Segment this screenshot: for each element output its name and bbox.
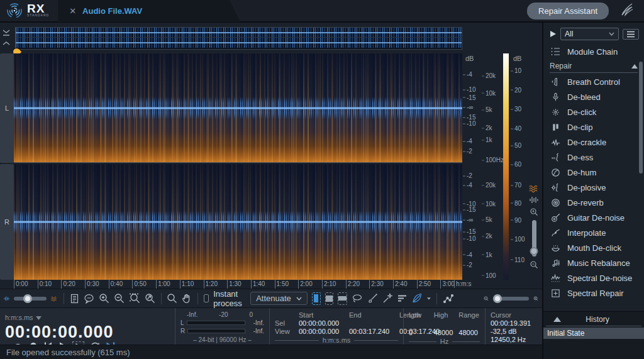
grab-hand-icon[interactable]	[182, 293, 192, 304]
history-item[interactable]: Initial State	[543, 328, 644, 339]
adjust-levels-icon[interactable]	[397, 294, 407, 302]
amplitude-tick: -4	[463, 71, 472, 78]
amplitude-zoom-knob[interactable]	[23, 294, 32, 303]
time-zoom-slider[interactable]	[493, 297, 529, 301]
music-rebalance-icon	[550, 258, 561, 268]
sel-end-value[interactable]	[349, 319, 394, 327]
amplitude-tick: -∞	[463, 104, 473, 111]
sidebar-module-item[interactable]: De-bleed	[543, 89, 644, 104]
overview-right-channel[interactable]	[16, 38, 462, 48]
sidebar-module-item[interactable]: De-plosive	[543, 180, 644, 195]
instant-process-checkbox[interactable]	[204, 294, 209, 302]
amplitude-scale-right: -2-4-10-15-∞-15-10-4-2	[463, 164, 480, 280]
selection-end-header: End	[349, 311, 394, 319]
zoom-in-vertical-icon[interactable]	[530, 207, 538, 216]
tab-close-icon[interactable]: ✕	[69, 6, 76, 16]
spectrogram-right[interactable]	[14, 164, 462, 280]
history-title: History	[561, 315, 634, 324]
file-format-label[interactable]: – 24-bit | 96000 Hz –	[180, 336, 264, 343]
zoom-reset-icon[interactable]	[145, 293, 155, 304]
sel-start-value[interactable]: 00:00:00.000	[299, 319, 344, 327]
time-format-dropdown-icon[interactable]	[36, 316, 42, 320]
sidebar-module-item[interactable]: De-clip	[543, 119, 644, 135]
time-frequency-selection-tool[interactable]	[325, 292, 334, 305]
magic-wand-icon[interactable]	[382, 293, 393, 304]
waveform-amplitude-icon[interactable]	[4, 294, 9, 303]
playback-time-display[interactable]: 00:00:00.000	[5, 323, 114, 341]
preview-play-icon[interactable]	[550, 30, 557, 38]
module-filter-dropdown[interactable]: All	[560, 28, 619, 40]
history-collapse-icon[interactable]	[553, 317, 561, 322]
view-end-value[interactable]: 00:03:17.240	[349, 328, 394, 335]
spectrogram-left[interactable]	[14, 53, 462, 163]
fade-feather-icon[interactable]	[411, 293, 423, 304]
blend-slider[interactable]	[532, 220, 536, 257]
sidebar-module-item[interactable]: Interpolate	[543, 225, 644, 240]
time-format-label[interactable]: h:m:s.ms	[5, 314, 33, 321]
overview-left-channel[interactable]	[16, 28, 462, 38]
signature-scribble-icon[interactable]	[616, 3, 635, 19]
zoom-out-vertical-icon[interactable]	[530, 260, 538, 269]
zoom-out-time-icon[interactable]	[484, 294, 489, 303]
brush-tool-icon[interactable]	[367, 293, 378, 304]
zoom-out-icon[interactable]	[114, 293, 125, 304]
sidebar-module-item[interactable]: De-reverb	[543, 195, 644, 210]
timeline-ruler[interactable]: 0:000:100:200:300:400:501:001:101:201:30…	[14, 280, 464, 289]
module-label: Music Rebalance	[567, 258, 630, 268]
title-bar: RX STANDARD ✕ Audio File.WAV Repair Assi…	[0, 0, 644, 23]
frequency-scale-left: 20k10k5k2k1k100Hz	[482, 53, 502, 163]
sidebar-module-item[interactable]: Music Rebalance	[543, 255, 644, 270]
time-zoom-knob[interactable]	[493, 294, 502, 303]
sidebar-module-item[interactable]: De-hum	[543, 165, 644, 180]
sidebar-module-item[interactable]: Breath Control	[543, 74, 644, 89]
amplitude-zoom-slider[interactable]	[14, 297, 47, 301]
status-message: File opened successfully (615 ms)	[6, 348, 130, 357]
sidebar-module-item[interactable]: ss De-ess	[543, 150, 644, 165]
zoom-in-time-icon[interactable]	[533, 294, 538, 303]
zoom-selection-icon[interactable]	[129, 293, 140, 304]
sidebar-item-module-chain[interactable]: Module Chain	[543, 44, 644, 59]
comment-tool-icon[interactable]	[84, 294, 94, 304]
magnify-tool-icon[interactable]	[167, 293, 177, 304]
sidebar-module-item[interactable]: De-click	[543, 104, 644, 119]
zoom-in-icon[interactable]	[99, 293, 109, 304]
frequency-tick: 20k	[482, 182, 496, 189]
waveform-overview[interactable]	[15, 27, 462, 50]
mouth-de-click-icon	[550, 243, 561, 253]
sidebar-module-item[interactable]: Mouth De-click	[543, 240, 644, 255]
frequency-selection-tool[interactable]	[338, 292, 347, 305]
frequency-scale-right: 20k10k5k2k1k100	[482, 164, 502, 280]
cursor-frequency-value: 12450,2 Hz	[491, 336, 537, 343]
module-menu-button[interactable]	[623, 29, 639, 40]
selection-unit-label[interactable]: h:m:s.ms	[323, 336, 351, 344]
sidebar-module-item[interactable]: Guitar De-noise	[543, 210, 644, 225]
repair-assistant-button[interactable]: Repair Assistant	[527, 3, 609, 19]
view-start-value[interactable]: 00:00:00.000	[299, 328, 344, 335]
blend-slider-knob[interactable]	[530, 247, 538, 255]
spectrogram-settings-icon[interactable]	[51, 294, 58, 303]
freq-range-value[interactable]: 48000	[458, 329, 480, 336]
sidebar-module-item[interactable]: Spectral Repair	[543, 285, 644, 301]
file-tab[interactable]: ✕ Audio File.WAV	[58, 0, 240, 22]
fade-dropdown-icon[interactable]	[427, 296, 431, 301]
clip-gain-icon[interactable]	[70, 294, 79, 304]
collapse-up-icon[interactable]	[2, 38, 11, 46]
waveform-view-icon[interactable]	[529, 196, 539, 204]
freq-high-value[interactable]: 48000	[434, 329, 455, 336]
lasso-tool-icon[interactable]	[352, 294, 363, 304]
file-format-value: 24-bit | 96000 Hz	[199, 336, 247, 343]
freq-low-value[interactable]: 0	[409, 329, 430, 336]
overview-collapse-controls[interactable]	[2, 29, 13, 46]
spectrogram-view-icon[interactable]	[529, 185, 539, 192]
declick-nodes-icon[interactable]	[443, 294, 454, 304]
collapse-down-icon[interactable]	[2, 29, 11, 36]
process-mode-dropdown[interactable]: Attenuate	[250, 292, 308, 305]
time-selection-tool[interactable]	[312, 292, 321, 305]
sidebar-scrollbar[interactable]	[639, 62, 643, 174]
de-ess-icon: ss	[550, 153, 561, 162]
sidebar-module-item[interactable]: De-crackle	[543, 135, 644, 150]
rx-application: RX STANDARD ✕ Audio File.WAV Repair Assi…	[0, 0, 644, 359]
cursor-level-value: -32,5 dB	[491, 328, 537, 335]
repair-section-header[interactable]: Repair	[550, 62, 638, 73]
sidebar-module-item[interactable]: Spectral De-noise	[543, 270, 644, 285]
